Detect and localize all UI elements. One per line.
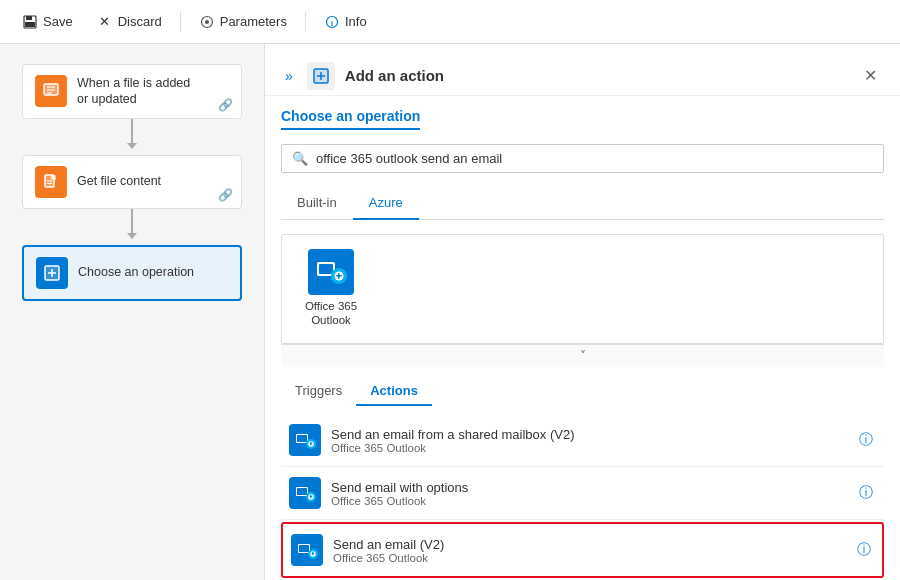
connectors-area: Office 365Outlook [281,234,884,344]
collapse-icon: ˅ [580,349,586,363]
get-file-card-icon [35,166,67,198]
action-send-v2[interactable]: Send an email (V2) Office 365 Outlook ⓘ [281,522,884,578]
tab-builtin[interactable]: Built-in [281,187,353,220]
action-send-shared-name: Send an email from a shared mailbox (V2) [331,427,846,442]
sub-tabs-row: Triggers Actions [281,367,884,406]
arrow-2 [127,233,137,239]
parameters-label: Parameters [220,14,287,29]
o365-icon [308,249,354,295]
action-send-shared-source: Office 365 Outlook [331,442,846,454]
action-send-options[interactable]: Send email with options Office 365 Outlo… [281,467,884,520]
choose-op-card[interactable]: Choose an operation [22,245,242,301]
choose-op-card-label: Choose an operation [78,264,194,280]
action-send-shared-info: Send an email from a shared mailbox (V2)… [331,427,846,454]
action-send-v2-icon [291,534,323,566]
panel-title: Add an action [345,67,444,84]
search-input[interactable] [316,151,873,166]
action-send-shared-icon [289,424,321,456]
action-send-shared-info-btn[interactable]: ⓘ [856,430,876,450]
search-box[interactable]: 🔍 [281,144,884,173]
connector-o365[interactable]: Office 365Outlook [296,249,366,328]
action-send-shared[interactable]: Send an email from a shared mailbox (V2)… [281,414,884,467]
action-send-options-info-btn[interactable]: ⓘ [856,483,876,503]
svg-rect-31 [338,273,340,279]
parameters-button[interactable]: Parameters [189,9,297,35]
trigger-card[interactable]: When a file is addedor updated 🔗 [22,64,242,119]
sub-tab-actions[interactable]: Actions [356,377,432,406]
trigger-card-label: When a file is addedor updated [77,75,190,108]
collapse-row[interactable]: ˅ [281,344,884,367]
trigger-card-icon [35,75,67,107]
close-icon: ✕ [864,66,877,85]
action-send-options-icon [289,477,321,509]
action-send-v2-source: Office 365 Outlook [333,552,844,564]
action-list: Send an email from a shared mailbox (V2)… [281,414,884,580]
save-button[interactable]: Save [12,9,83,35]
info-label: Info [345,14,367,29]
get-file-card-label: Get file content [77,173,161,189]
left-panel: When a file is addedor updated 🔗 Get fil… [0,44,265,580]
save-label: Save [43,14,73,29]
svg-rect-48 [299,545,309,552]
right-panel: » Add an action ✕ Choose an operation [265,44,900,580]
divider [180,12,181,32]
connector-1 [127,119,137,155]
svg-rect-34 [297,435,307,442]
choose-op-card-icon [36,257,68,289]
svg-rect-27 [319,264,333,274]
trigger-link-icon: 🔗 [218,98,233,112]
panel-title-icon [307,62,335,90]
svg-rect-38 [310,442,311,446]
search-icon: 🔍 [292,151,308,166]
svg-rect-2 [25,22,35,27]
parameters-icon [199,14,215,30]
arrow-1 [127,143,137,149]
svg-rect-52 [312,552,313,556]
panel-header: » Add an action ✕ [265,44,900,96]
panel-content: Choose an operation 🔍 Built-in Azure [265,96,900,580]
operation-title: Choose an operation [281,108,420,130]
svg-rect-41 [297,488,307,495]
action-send-options-info: Send email with options Office 365 Outlo… [331,480,846,507]
discard-button[interactable]: ✕ Discard [87,9,172,35]
action-send-v2-info: Send an email (V2) Office 365 Outlook [333,537,844,564]
main-layout: When a file is addedor updated 🔗 Get fil… [0,44,900,580]
tabs-row: Built-in Azure [281,187,884,220]
discard-label: Discard [118,14,162,29]
connector-2 [127,209,137,245]
svg-rect-45 [310,495,311,499]
action-send-options-source: Office 365 Outlook [331,495,846,507]
get-file-link-icon: 🔗 [218,188,233,202]
close-button[interactable]: ✕ [856,62,884,90]
get-file-card[interactable]: Get file content 🔗 [22,155,242,209]
svg-rect-1 [26,16,32,20]
action-send-v2-info-btn[interactable]: ⓘ [854,540,874,560]
tab-azure[interactable]: Azure [353,187,419,220]
expand-icon: » [285,68,293,84]
action-send-v2-name: Send an email (V2) [333,537,844,552]
divider2 [305,12,306,32]
sub-tab-triggers[interactable]: Triggers [281,377,356,406]
panel-header-left: » Add an action [281,62,444,90]
info-icon: i [324,14,340,30]
action-send-options-name: Send email with options [331,480,846,495]
expand-button[interactable]: » [281,64,297,88]
svg-rect-14 [52,175,56,179]
toolbar: Save ✕ Discard Parameters i Info [0,0,900,44]
save-icon [22,14,38,30]
discard-icon: ✕ [97,14,113,30]
svg-point-4 [205,20,209,24]
info-button[interactable]: i Info [314,9,377,35]
o365-label: Office 365Outlook [305,300,357,328]
svg-text:i: i [331,19,333,28]
